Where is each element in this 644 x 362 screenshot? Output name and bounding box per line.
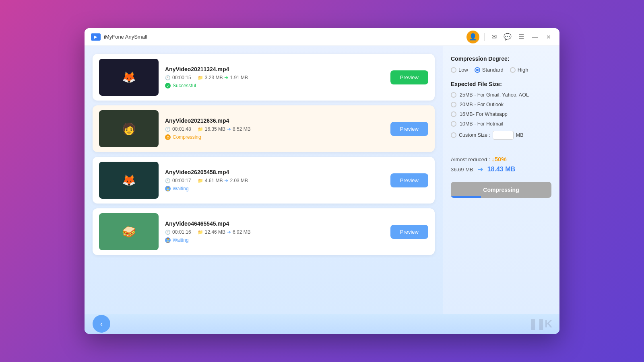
- radio-low[interactable]: Low: [451, 67, 468, 73]
- custom-size-row: Custom Size : MB: [451, 131, 551, 140]
- back-button[interactable]: ‹: [93, 315, 110, 333]
- compress-button[interactable]: Compressing: [451, 182, 551, 198]
- radio-circle: [451, 92, 456, 98]
- preview-button[interactable]: Preview: [390, 225, 428, 239]
- size-option-label: 16MB- For Whatsapp: [460, 111, 508, 117]
- original-size: 16.35 MB: [205, 126, 225, 132]
- status-text: Successful: [173, 83, 196, 88]
- arrow-icon: ➜: [224, 178, 228, 183]
- logo-icon: ▶: [91, 33, 101, 41]
- titlebar-divider: [484, 33, 485, 41]
- compressed-total: 18.43 MB: [487, 166, 515, 173]
- radio-low-label: Low: [458, 67, 468, 73]
- duration: 00:00:15: [172, 75, 191, 80]
- status-text: Waiting: [173, 186, 189, 191]
- file-size-options: 25MB - For Gmail, Yahoo, AOL 20MB - For …: [451, 92, 551, 140]
- size-option-label: 20MB - For Outlook: [460, 102, 504, 107]
- original-size: 3.23 MB: [205, 75, 223, 80]
- app-logo: ▶ iMyFone AnySmall: [91, 33, 466, 41]
- video-thumbnail: 🦊: [99, 162, 159, 199]
- clock-icon: 🕐: [165, 178, 171, 183]
- titlebar-controls: 👤 ✉ 💬 ☰ — ✕: [466, 31, 553, 43]
- compressed-size: 1.91 MB: [230, 75, 248, 80]
- clock-icon: 🕐: [165, 75, 171, 80]
- right-panel: Compression Degree: Low Standard High Ex…: [443, 46, 559, 314]
- size-option-label: 25MB - For Gmail, Yahoo, AOL: [460, 92, 529, 98]
- size-item: 📁 12.46 MB ➜ 6.92 MB: [198, 229, 251, 235]
- radio-circle-high: [510, 67, 516, 73]
- close-button[interactable]: ✕: [544, 33, 553, 41]
- compressed-size: 2.03 MB: [230, 178, 248, 183]
- preview-button[interactable]: Preview: [390, 173, 428, 187]
- size-option-gmail[interactable]: 25MB - For Gmail, Yahoo, AOL: [451, 92, 551, 98]
- video-card: 🦊 AnyVideo26205458.mp4 🕐 00:00:17 📁 4.61: [93, 157, 435, 204]
- reduction-sizes: 36.69 MB ➜ 18.43 MB: [451, 165, 551, 174]
- minimize-button[interactable]: —: [530, 33, 539, 41]
- custom-size-unit: MB: [516, 132, 524, 138]
- avatar-button[interactable]: 👤: [466, 31, 479, 43]
- duration: 00:01:16: [172, 229, 191, 235]
- compression-degree-group: Low Standard High: [451, 67, 551, 73]
- clock-icon: 🕐: [165, 127, 171, 132]
- content-area: 🦊 AnyVideo20211324.mp4 🕐 00:00:15 📁 3.23: [85, 46, 559, 314]
- app-title: iMyFone AnySmall: [104, 34, 147, 40]
- video-name: AnyVideo20211324.mp4: [165, 66, 384, 72]
- arrow-icon: ➜: [227, 229, 231, 235]
- back-icon: ‹: [100, 320, 103, 328]
- file-icon: 📁: [198, 127, 203, 132]
- compressed-size: 8.52 MB: [233, 126, 251, 132]
- duration-item: 🕐 00:00:15: [165, 75, 191, 80]
- status-dot: ✓: [165, 83, 171, 88]
- radio-standard-label: Standard: [482, 67, 504, 73]
- chat-icon[interactable]: 💬: [503, 33, 512, 41]
- menu-icon[interactable]: ☰: [517, 33, 526, 41]
- status-dot: ⚙: [165, 134, 171, 140]
- thumb-image: 🦊: [99, 162, 159, 199]
- size-option-outlook[interactable]: 20MB - For Outlook: [451, 102, 551, 107]
- custom-size-input[interactable]: [493, 131, 514, 140]
- compress-progress-bar: [451, 196, 481, 198]
- radio-high-label: High: [518, 67, 528, 73]
- video-info: AnyVideo20211324.mp4 🕐 00:00:15 📁 3.23 M…: [165, 66, 384, 88]
- radio-standard[interactable]: Standard: [475, 67, 504, 73]
- radio-circle: [451, 121, 456, 127]
- compress-button-label: Compressing: [483, 187, 519, 193]
- video-info: AnyVideo20212636.mp4 🕐 00:01:48 📁 16.35 …: [165, 117, 384, 140]
- preview-button[interactable]: Preview: [390, 122, 428, 136]
- thumb-image: 🦊: [99, 59, 159, 96]
- status-text: Waiting: [173, 237, 189, 243]
- app-window: ▶ iMyFone AnySmall 👤 ✉ 💬 ☰ — ✕ 🦊: [85, 28, 559, 334]
- video-card: 🦊 AnyVideo20211324.mp4 🕐 00:00:15 📁 3.23: [93, 54, 435, 101]
- video-name: AnyVideo46465545.mp4: [165, 220, 384, 227]
- video-thumbnail: 🥪: [99, 213, 159, 250]
- video-info: AnyVideo46465545.mp4 🕐 00:01:16 📁 12.46 …: [165, 220, 384, 243]
- video-name: AnyVideo20212636.mp4: [165, 117, 384, 124]
- preview-button[interactable]: Preview: [390, 70, 428, 84]
- video-card: 🧑 AnyVideo20212636.mp4 🕐 00:01:48 📁 16.3…: [93, 105, 435, 152]
- radio-high[interactable]: High: [510, 67, 528, 73]
- status-dot: ⏳: [165, 186, 171, 191]
- watermark: ❚❚K: [528, 318, 551, 330]
- original-size: 4.61 MB: [205, 178, 223, 183]
- clock-icon: 🕐: [165, 230, 171, 235]
- duration: 00:01:48: [172, 126, 191, 132]
- status-badge: ⚙ Compressing: [165, 134, 384, 140]
- mail-icon[interactable]: ✉: [489, 33, 498, 41]
- radio-circle-low: [451, 67, 456, 73]
- reduction-label: Almost reduced : ↓50%: [451, 156, 551, 162]
- thumb-image: 🥪: [99, 213, 159, 250]
- compression-degree-label: Compression Degree:: [451, 56, 551, 62]
- thumb-image: 🧑: [99, 110, 159, 147]
- arrow-icon: ➜: [224, 75, 228, 80]
- size-option-whatsapp[interactable]: 16MB- For Whatsapp: [451, 111, 551, 117]
- radio-circle: [451, 111, 456, 117]
- avatar-icon: 👤: [469, 33, 477, 41]
- duration-item: 🕐 00:01:16: [165, 229, 191, 235]
- duration-item: 🕐 00:01:48: [165, 126, 191, 132]
- size-option-hotmail[interactable]: 10MB - For Hotmail: [451, 121, 551, 127]
- video-info: AnyVideo26205458.mp4 🕐 00:00:17 📁 4.61 M…: [165, 169, 384, 191]
- size-item: 📁 3.23 MB ➜ 1.91 MB: [198, 75, 248, 80]
- video-meta: 🕐 00:00:17 📁 4.61 MB ➜ 2.03 MB: [165, 178, 384, 183]
- size-option-label: 10MB - For Hotmail: [460, 121, 503, 127]
- reduction-percent: ↓50%: [491, 156, 507, 162]
